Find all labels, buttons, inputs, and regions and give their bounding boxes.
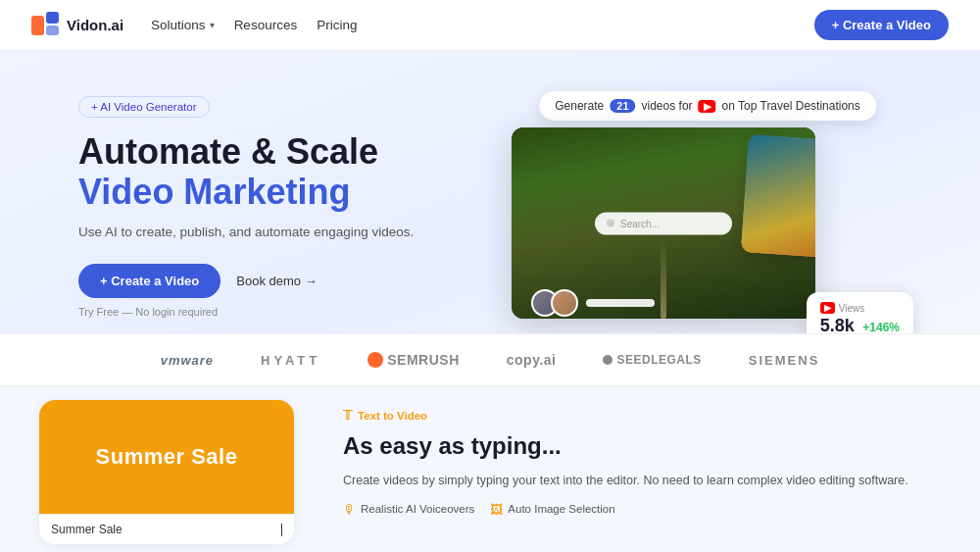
text-cursor xyxy=(281,524,282,536)
image-selection-badge: 🖼 Auto Image Selection xyxy=(490,502,614,517)
svg-rect-0 xyxy=(31,16,44,35)
logo-text: Vidon.ai xyxy=(67,17,123,33)
image-selection-label: Auto Image Selection xyxy=(508,503,614,515)
hero-right: Generate 21 videos for ▶ on Top Travel D… xyxy=(482,86,933,333)
logo-seedlegals: SEEDLEGALS xyxy=(603,353,701,367)
search-bar-text: Search... xyxy=(620,218,660,228)
logo-hyatt: HYATT xyxy=(261,353,320,368)
try-free-text: Try Free — No login required xyxy=(78,306,414,318)
logo-siemens: SIEMENS xyxy=(749,353,820,368)
feature-tag-icon: 𝕋 xyxy=(343,408,352,423)
avatar-2 xyxy=(551,289,578,317)
hero-section: + AI Video Generator Automate & Scale Vi… xyxy=(0,51,980,333)
summer-sale-preview: Summer Sale xyxy=(39,400,294,514)
text-input-mock[interactable]: Summer Sale xyxy=(39,514,294,544)
logo-icon xyxy=(31,12,59,39)
book-demo-link[interactable]: Book demo → xyxy=(236,274,317,288)
hero-title-line1: Automate & Scale xyxy=(78,131,414,172)
feature-tag: 𝕋 Text to Video xyxy=(343,408,427,423)
feature-info: 𝕋 Text to Video As easy as typing... Cre… xyxy=(333,386,941,552)
nav-pricing[interactable]: Pricing xyxy=(317,18,357,32)
logo[interactable]: Vidon.ai xyxy=(31,12,123,39)
nav-solutions[interactable]: Solutions ▾ xyxy=(151,18,215,32)
generate-pill: Generate 21 videos for ▶ on Top Travel D… xyxy=(539,91,876,121)
input-value: Summer Sale xyxy=(51,523,122,536)
views-number-row: 5.8k +146% xyxy=(820,316,900,333)
voiceovers-label: Realistic AI Voiceovers xyxy=(361,503,474,515)
feature-title: As easy as typing... xyxy=(343,432,941,461)
svg-rect-2 xyxy=(46,25,59,35)
video-side-card xyxy=(741,134,815,258)
seedlegals-icon xyxy=(603,355,612,365)
views-card: ▶ Views 5.8k +146% xyxy=(807,292,913,333)
name-bar xyxy=(586,299,655,307)
logo-vmware: vmware xyxy=(161,353,214,368)
search-bar-mock: Search... xyxy=(595,212,732,234)
generate-mid: videos for xyxy=(642,99,693,113)
feature-preview-card: Summer Sale Summer Sale xyxy=(39,400,294,544)
views-number: 5.8k xyxy=(820,316,855,333)
logo-semrush: SEMRUSH xyxy=(368,352,460,368)
logos-strip: vmware HYATT SEMRUSH copy.ai SEEDLEGALS … xyxy=(0,333,980,386)
create-video-nav-button[interactable]: + Create a Video xyxy=(814,10,949,40)
chevron-down-icon: ▾ xyxy=(210,20,215,30)
avatar-row xyxy=(531,289,655,317)
voiceovers-icon: 🎙 xyxy=(343,502,356,517)
search-dot-icon xyxy=(607,220,614,227)
ai-badge-text: + AI Video Generator xyxy=(91,101,197,113)
hero-title-line2: Video Marketing xyxy=(78,172,414,212)
navbar: Vidon.ai Solutions ▾ Resources Pricing +… xyxy=(0,0,980,51)
views-yt-icon: ▶ xyxy=(820,302,835,314)
views-percent: +146% xyxy=(862,321,900,333)
nav-left: Vidon.ai Solutions ▾ Resources Pricing xyxy=(31,12,357,39)
image-selection-icon: 🖼 xyxy=(490,502,503,517)
hero-left: + AI Video Generator Automate & Scale Vi… xyxy=(78,86,414,318)
hero-title: Automate & Scale Video Marketing xyxy=(78,131,414,213)
feature-tag-text: Text to Video xyxy=(358,410,427,422)
feature-description: Create videos by simply typing your text… xyxy=(343,471,941,490)
features-section: Summer Sale Summer Sale 𝕋 Text to Video … xyxy=(0,386,980,552)
feature-badges: 🎙 Realistic AI Voiceovers 🖼 Auto Image S… xyxy=(343,502,941,517)
generate-prefix: Generate xyxy=(555,99,604,113)
generate-suffix: on Top Travel Destinations xyxy=(722,99,860,113)
nav-links: Solutions ▾ Resources Pricing xyxy=(151,18,357,32)
hero-subtitle: Use AI to create, publish, and automate … xyxy=(78,223,414,242)
ai-badge: + AI Video Generator xyxy=(78,96,210,118)
youtube-badge: ▶ xyxy=(699,100,716,113)
generate-count: 21 xyxy=(610,99,635,113)
logo-copyai: copy.ai xyxy=(507,352,557,368)
svg-rect-1 xyxy=(46,12,59,24)
semrush-icon xyxy=(368,352,383,368)
create-video-hero-button[interactable]: + Create a Video xyxy=(78,264,220,298)
voiceovers-badge: 🎙 Realistic AI Voiceovers xyxy=(343,502,474,517)
hero-actions: + Create a Video Book demo → xyxy=(78,264,414,298)
views-label: ▶ Views xyxy=(820,302,900,314)
nav-resources[interactable]: Resources xyxy=(234,18,298,32)
